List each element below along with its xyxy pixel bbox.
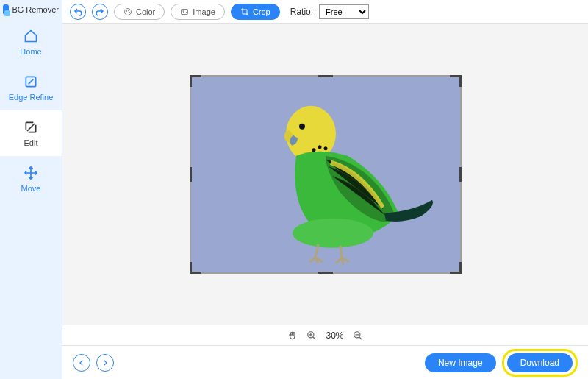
- color-button[interactable]: Color: [114, 4, 165, 20]
- logo-icon: [3, 4, 9, 15]
- toolbar: Color Image Crop Ratio: Free: [62, 0, 588, 24]
- zoom-level: 30%: [326, 330, 343, 341]
- undo-button[interactable]: [70, 4, 86, 20]
- sidebar-item-edit[interactable]: Edit: [0, 110, 62, 156]
- next-button[interactable]: [96, 354, 114, 372]
- sidebar: BG Remover Home Edge Refine Edit Move: [0, 0, 62, 379]
- svg-point-12: [293, 218, 373, 247]
- crop-handle-b[interactable]: [318, 272, 333, 274]
- crop-handle-t[interactable]: [318, 75, 333, 77]
- redo-button[interactable]: [92, 4, 108, 20]
- home-icon: [23, 28, 39, 44]
- sidebar-item-label: Edge Refine: [9, 93, 54, 102]
- image-icon: [180, 7, 189, 16]
- pan-hand-icon[interactable]: [287, 330, 298, 341]
- svg-point-3: [128, 10, 129, 11]
- edit-icon: [23, 119, 39, 135]
- sidebar-item-label: Edit: [24, 138, 38, 147]
- sidebar-item-edge-refine[interactable]: Edge Refine: [0, 65, 62, 110]
- crop-handle-r[interactable]: [459, 167, 462, 182]
- footer: New Image Download: [62, 345, 588, 379]
- crop-label: Crop: [253, 7, 270, 16]
- crop-icon: [240, 7, 249, 16]
- sidebar-item-label: Move: [21, 184, 41, 193]
- svg-point-2: [126, 10, 127, 12]
- app-root: BG Remover Home Edge Refine Edit Move: [0, 0, 588, 379]
- prev-button[interactable]: [73, 354, 90, 372]
- svg-point-9: [318, 145, 321, 149]
- svg-point-4: [129, 12, 130, 13]
- sidebar-item-label: Home: [20, 47, 41, 56]
- sidebar-item-move[interactable]: Move: [0, 156, 62, 202]
- crop-button[interactable]: Crop: [231, 4, 280, 20]
- subject-parakeet: [215, 89, 436, 266]
- new-image-button[interactable]: New Image: [425, 353, 496, 372]
- edge-refine-icon: [23, 74, 39, 90]
- crop-handle-bl[interactable]: [190, 262, 201, 274]
- download-button[interactable]: Download: [507, 353, 573, 372]
- download-highlight: Download: [502, 349, 578, 377]
- image-label: Image: [193, 7, 215, 16]
- zoom-in-button[interactable]: [306, 330, 317, 341]
- svg-point-11: [312, 148, 315, 152]
- zoom-bar: 30%: [62, 325, 588, 345]
- svg-point-10: [323, 146, 327, 150]
- svg-point-8: [299, 123, 305, 129]
- crop-handle-tr[interactable]: [450, 75, 462, 87]
- crop-handle-tl[interactable]: [190, 75, 201, 87]
- crop-handle-br[interactable]: [450, 262, 462, 274]
- canvas-area[interactable]: [62, 24, 588, 325]
- svg-point-1: [125, 8, 132, 15]
- crop-frame[interactable]: [190, 75, 462, 274]
- color-label: Color: [136, 7, 155, 16]
- app-name: BG Remover: [12, 5, 59, 14]
- palette-icon: [123, 7, 132, 16]
- crop-handle-l[interactable]: [190, 167, 192, 182]
- app-logo: BG Remover: [0, 0, 62, 19]
- move-icon: [23, 165, 39, 181]
- zoom-out-button[interactable]: [353, 330, 363, 341]
- sidebar-item-home[interactable]: Home: [0, 19, 62, 65]
- ratio-label: Ratio:: [290, 7, 313, 17]
- ratio-select[interactable]: Free: [319, 4, 369, 19]
- main-panel: Color Image Crop Ratio: Free: [62, 0, 588, 379]
- image-button[interactable]: Image: [171, 4, 225, 20]
